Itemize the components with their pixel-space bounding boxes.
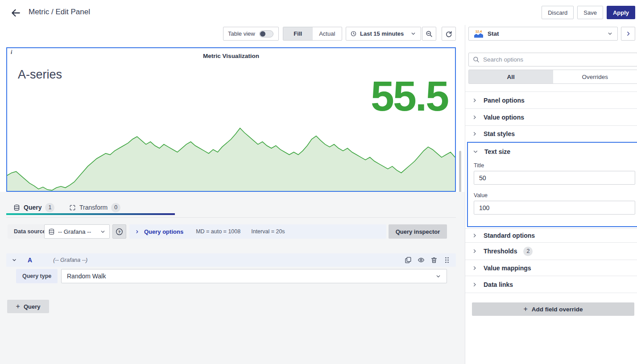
data-source-help-button[interactable]: ? (112, 224, 126, 239)
save-button[interactable]: Save (577, 6, 603, 19)
section-standard-options[interactable]: Standard options (465, 228, 637, 242)
add-field-override-button[interactable]: + Add field override (472, 302, 634, 316)
chevron-down-icon[interactable] (12, 257, 17, 263)
header-actions: Discard Save Apply (542, 6, 635, 19)
stat-viz-icon: 12.4 (473, 29, 484, 38)
section-text-size: Text size Title Value (467, 142, 637, 227)
title-size-input[interactable] (474, 171, 635, 185)
add-field-override-label: Add field override (532, 306, 583, 313)
arrow-left-icon (10, 7, 21, 19)
section-label: Text size (484, 148, 510, 155)
tabs-divider (6, 217, 456, 218)
chevron-right-icon (472, 248, 477, 254)
section-label: Data links (484, 281, 513, 288)
section-thresholds[interactable]: Thresholds 2 (465, 242, 637, 260)
header: Metric / Edit Panel Discard Save Apply (0, 0, 637, 25)
chevron-right-icon (135, 229, 140, 234)
query-inspector-button[interactable]: Query inspector (389, 224, 447, 239)
chevron-down-icon (473, 149, 478, 154)
back-arrow-button[interactable] (10, 7, 21, 19)
tab-all[interactable]: All (469, 70, 553, 83)
tab-query[interactable]: Query 1 (13, 201, 54, 214)
query-editor-area: Query 1 Transform 0 Data source (0, 192, 465, 364)
query-type-select[interactable]: Random Walk (61, 269, 447, 283)
grafana-edit-panel: Metric / Edit Panel Discard Save Apply T… (0, 0, 637, 364)
trash-icon[interactable] (430, 256, 438, 264)
table-view-toggle-group[interactable]: Table view (223, 27, 279, 41)
section-label: Standard options (484, 232, 535, 239)
plus-icon: + (16, 303, 20, 310)
metric-panel[interactable]: i Metric Visualization A-series 55.5 (6, 47, 456, 192)
tab-transform[interactable]: Transform 0 (69, 201, 120, 214)
fill-option[interactable]: Fill (283, 27, 313, 40)
chevron-down-icon (435, 273, 441, 279)
section-label: Value mappings (484, 265, 531, 272)
switch-knob (260, 31, 265, 37)
search-input[interactable] (483, 56, 633, 63)
table-view-label: Table view (228, 30, 255, 37)
drag-handle-icon[interactable] (443, 256, 451, 264)
chevron-down-icon (607, 31, 613, 37)
query-options-label: Query options (144, 228, 183, 235)
query-count-badge: 1 (45, 203, 54, 212)
query-options-bar[interactable]: Query options MD = auto = 1008 Interval … (129, 224, 386, 239)
chevron-right-icon (625, 31, 631, 37)
visualization-name: Stat (488, 30, 499, 37)
query-datasource-hint: (-- Grafana --) (53, 257, 87, 263)
panel-title: Metric Visualization (7, 53, 455, 59)
actual-option[interactable]: Actual (313, 27, 342, 40)
chevron-right-icon (472, 115, 477, 120)
section-label: Panel options (484, 97, 525, 104)
discard-button[interactable]: Discard (542, 6, 574, 19)
search-icon (473, 56, 480, 63)
add-query-button[interactable]: + Query (7, 300, 49, 313)
tab-overrides[interactable]: Overrides (553, 70, 637, 83)
database-icon (48, 228, 55, 235)
apply-button[interactable]: Apply (607, 6, 635, 19)
data-source-value: -- Grafana -- (58, 228, 91, 235)
database-icon (13, 204, 20, 211)
sparkline-chart (7, 126, 455, 191)
section-label: Thresholds (484, 248, 517, 255)
section-stat-styles[interactable]: Stat styles (465, 125, 637, 142)
add-query-label: Query (24, 303, 41, 310)
query-type-value: Random Walk (67, 273, 106, 280)
value-size-input[interactable] (474, 201, 635, 215)
data-source-row: Data source -- Grafana -- ? (6, 224, 456, 239)
refresh-icon (445, 30, 452, 37)
magnifier-minus-icon (426, 30, 433, 37)
transform-tab-label: Transform (79, 204, 108, 211)
time-range-label: Last 15 minutes (360, 30, 404, 37)
options-filter-tabs: All Overrides (468, 70, 637, 84)
svg-text:12.4: 12.4 (476, 29, 482, 33)
eye-icon[interactable] (418, 256, 425, 264)
refresh-button[interactable] (442, 27, 456, 41)
value-field-label: Value (474, 192, 488, 199)
section-value-options[interactable]: Value options (465, 108, 637, 125)
time-range-picker[interactable]: Last 15 minutes (346, 27, 421, 41)
query-row-actions (405, 256, 451, 264)
section-value-mappings[interactable]: Value mappings (465, 260, 637, 276)
chevron-right-icon (472, 98, 477, 103)
section-data-links[interactable]: Data links (465, 276, 637, 293)
query-tab-label: Query (24, 204, 41, 211)
text-size-header[interactable]: Text size (468, 143, 637, 155)
options-sidebar: 12.4 Stat All Overrides (465, 25, 637, 364)
options-search[interactable] (468, 53, 637, 66)
page-title: Metric / Edit Panel (29, 8, 90, 17)
transform-count-badge: 0 (111, 203, 120, 212)
title-field-label: Title (474, 162, 484, 169)
thresholds-count-badge: 2 (523, 247, 533, 256)
table-view-switch[interactable] (259, 30, 273, 37)
query-type-label: Query type (16, 269, 58, 283)
data-source-select[interactable]: -- Grafana -- (44, 224, 110, 239)
query-row-header[interactable]: A (-- Grafana --) (6, 253, 456, 267)
zoom-out-button[interactable] (422, 27, 436, 41)
max-data-points-text: MD = auto = 1008 (196, 228, 240, 235)
visualization-picker[interactable]: 12.4 Stat (468, 27, 618, 41)
collapse-sidebar-button[interactable] (621, 27, 635, 41)
section-panel-options[interactable]: Panel options (465, 91, 637, 108)
chevron-right-icon (472, 265, 477, 271)
series-label: A-series (18, 68, 62, 82)
duplicate-icon[interactable] (405, 256, 412, 264)
